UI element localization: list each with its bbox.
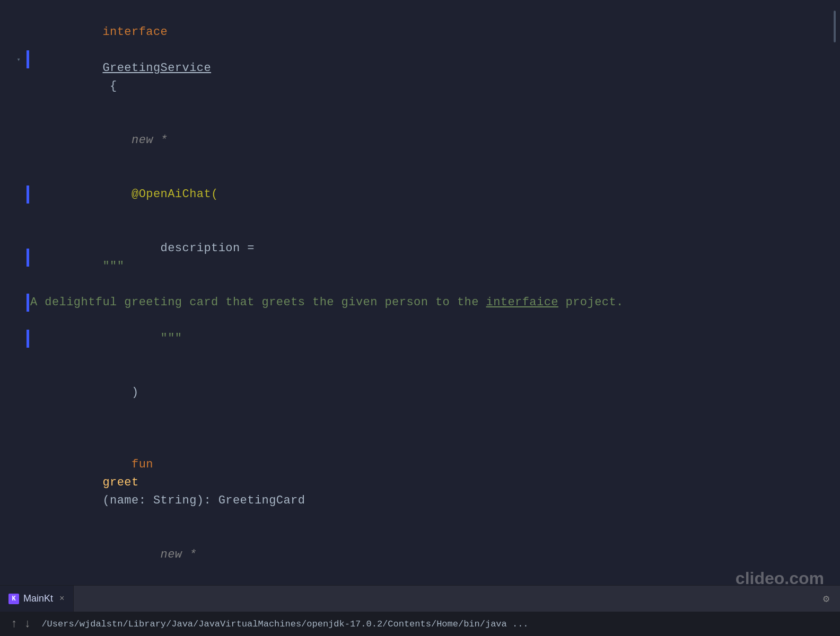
new-hint: new *: [102, 134, 168, 147]
fold-icon[interactable]: ▾: [15, 56, 22, 63]
line-code: interface GreetingService {: [30, 5, 829, 113]
line-code: new *: [30, 113, 829, 167]
line-code: A delightful greeting card that greets t…: [30, 294, 829, 312]
tab-kotlin-icon: K: [8, 594, 19, 604]
line-bar: [27, 294, 29, 312]
method-params: (name: String): GreetingCard: [102, 494, 305, 507]
table-row: ▾ interface GreetingService {: [0, 5, 840, 113]
table-row: @OpenAiChat(: [0, 167, 840, 222]
keyword-interface: interface: [102, 25, 168, 39]
line-bar-empty: [27, 420, 29, 438]
brace-open: {: [102, 80, 117, 93]
status-path: /Users/wjdalstn/Library/Java/JavaVirtual…: [41, 619, 829, 629]
interfaice-typo: interfaice: [486, 296, 558, 309]
new-hint-2: new *: [102, 548, 196, 561]
docstring-content2: the: [457, 296, 486, 309]
tab-mainkt[interactable]: K MainKt ×: [0, 586, 74, 612]
code-area: ▾ interface GreetingService { new *: [0, 0, 840, 585]
gear-icon[interactable]: ⚙: [823, 592, 829, 605]
line-bar-empty: [27, 546, 29, 564]
tab-label: MainKt: [23, 593, 53, 604]
table-row: """: [0, 312, 840, 366]
nav-down-arrow[interactable]: ↓: [24, 617, 31, 631]
to-word: to: [435, 296, 450, 309]
line-bar-empty: [27, 474, 29, 492]
string-close: """: [102, 332, 182, 345]
tab-close-button[interactable]: ×: [59, 594, 65, 604]
docstring-content3: project.: [566, 296, 624, 309]
method-greet: greet: [102, 476, 138, 489]
space: [102, 43, 110, 57]
line-code: fun greet (name: String): GreetingCard: [30, 438, 829, 528]
table-row: new *: [0, 113, 840, 167]
code-content: ▾ interface GreetingService { new *: [0, 0, 840, 585]
scrollbar-area: [833, 0, 837, 585]
line-code: new *: [30, 528, 829, 582]
table-row: new *: [0, 528, 840, 582]
line-bar: [27, 50, 29, 68]
editor-container: ▾ interface GreetingService { new *: [0, 0, 840, 636]
table-row: ): [0, 366, 840, 420]
scroll-thumb[interactable]: [834, 11, 836, 42]
nav-up-arrow[interactable]: ↑: [11, 617, 18, 631]
table-row: [0, 420, 840, 438]
line-code: description = """: [30, 222, 829, 294]
line-bar: [27, 186, 29, 204]
annotation: @OpenAiChat(: [102, 188, 218, 201]
line-bar: [27, 249, 29, 267]
line-code: ): [30, 366, 829, 420]
line-code: """: [30, 312, 829, 366]
status-nav: ↑ ↓: [11, 617, 31, 631]
table-row: description = """: [0, 222, 840, 294]
line-bar-empty: [27, 131, 29, 149]
string-open: """: [102, 260, 124, 273]
paren-close: ): [102, 386, 138, 399]
param-name: description =: [102, 242, 261, 255]
interface-name: GreetingService: [102, 61, 211, 75]
line-gutter: ▾: [0, 56, 27, 63]
tab-bar: K MainKt × ⚙: [0, 585, 840, 612]
table-row: fun greet (name: String): GreetingCard: [0, 438, 840, 528]
table-row: A delightful greeting card that greets t…: [0, 294, 840, 312]
docstring-content: A delightful greeting card that greets t…: [30, 296, 435, 309]
keyword-fun: fun: [102, 458, 160, 471]
status-bar: ↑ ↓ /Users/wjdalstn/Library/Java/JavaVir…: [0, 612, 840, 636]
line-bar-empty: [27, 384, 29, 402]
line-code: @OpenAiChat(: [30, 167, 829, 222]
line-bar: [27, 330, 29, 348]
